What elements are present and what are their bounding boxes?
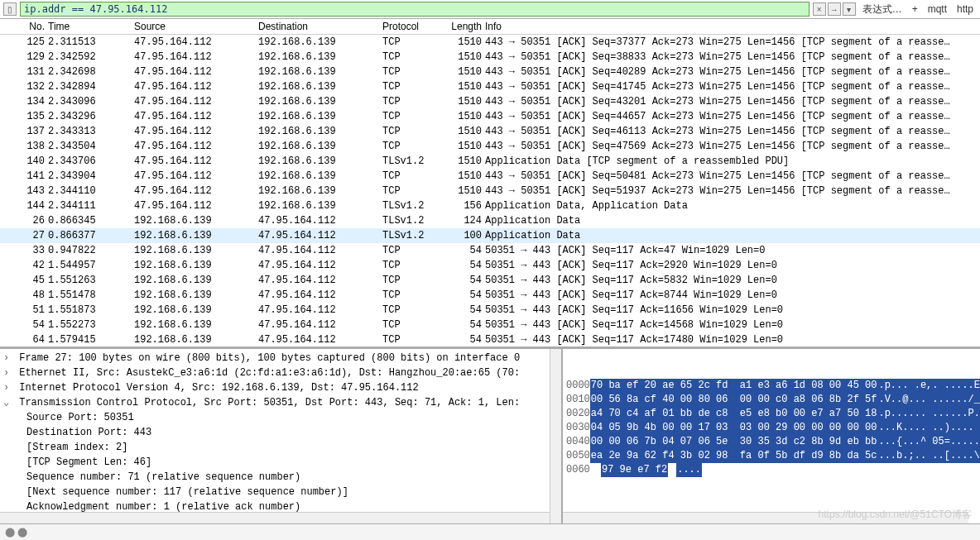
tree-frame[interactable]: › Frame 27: 100 bytes on wire (800 bits)… bbox=[3, 351, 558, 366]
add-filter-button[interactable]: + bbox=[909, 3, 921, 15]
packet-row[interactable]: 1382.34350447.95.164.112192.168.6.139TCP… bbox=[0, 139, 980, 154]
packet-row[interactable]: 1342.34309647.95.164.112192.168.6.139TCP… bbox=[0, 94, 980, 109]
packet-row[interactable]: 641.579415192.168.6.13947.95.164.112TCP5… bbox=[0, 332, 980, 346]
packet-row[interactable]: 1412.34390447.95.164.112192.168.6.139TCP… bbox=[0, 169, 980, 184]
hex-row[interactable]: 0020a4 70 c4 af 01 bb de c8 e5 e8 b0 00 … bbox=[566, 407, 977, 421]
tree-tcp-field[interactable]: [Stream index: 2] bbox=[3, 440, 558, 455]
packet-row[interactable]: 481.551478192.168.6.13947.95.164.112TCP5… bbox=[0, 288, 980, 303]
col-source[interactable]: Source bbox=[132, 19, 257, 34]
apply-filter-icon[interactable]: → bbox=[828, 2, 841, 16]
status-left: ⬤ ⬤ bbox=[5, 527, 27, 538]
packet-row[interactable]: 1352.34329647.95.164.112192.168.6.139TCP… bbox=[0, 109, 980, 124]
packet-row[interactable]: 270.866377192.168.6.13947.95.164.112TLSv… bbox=[0, 228, 980, 243]
collapse-icon[interactable]: ⌄ bbox=[3, 395, 13, 410]
tree-frame-label: Frame 27: 100 bytes on wire (800 bits), … bbox=[19, 352, 520, 364]
col-info[interactable]: Info bbox=[483, 19, 980, 34]
bookmark-icon[interactable]: ▯ bbox=[3, 2, 17, 16]
packet-list-body[interactable]: 1252.31151347.95.164.112192.168.6.139TCP… bbox=[0, 35, 980, 346]
filter-preset-mqtt[interactable]: mqtt bbox=[925, 3, 950, 15]
packet-row[interactable]: 421.544957192.168.6.13947.95.164.112TCP5… bbox=[0, 258, 980, 273]
packet-row[interactable]: 1292.34259247.95.164.112192.168.6.139TCP… bbox=[0, 50, 980, 65]
tree-tcp-label: Transmission Control Protocol, Src Port:… bbox=[19, 397, 520, 409]
hex-row[interactable]: 006097 9e e7 f2.... bbox=[566, 463, 977, 477]
tree-tcp-field[interactable]: Destination Port: 443 bbox=[3, 425, 558, 440]
col-destination[interactable]: Destination bbox=[257, 19, 381, 34]
display-filter-input[interactable] bbox=[20, 2, 809, 17]
hex-row[interactable]: 004000 00 06 7b 04 07 06 5e 30 35 3d c2 … bbox=[566, 435, 977, 449]
bottom-split: › Frame 27: 100 bytes on wire (800 bits)… bbox=[0, 348, 980, 523]
filter-preset-http[interactable]: http bbox=[954, 3, 977, 15]
filter-dropdown-icon[interactable]: ▾ bbox=[843, 2, 856, 16]
hex-row[interactable]: 000070 ba ef 20 ae 65 2c fd a1 e3 a6 1d … bbox=[566, 379, 977, 393]
packet-list-pane: No. Time Source Destination Protocol Len… bbox=[0, 19, 980, 348]
col-protocol[interactable]: Protocol bbox=[381, 19, 440, 34]
packet-row[interactable]: 1252.31151347.95.164.112192.168.6.139TCP… bbox=[0, 35, 980, 50]
packet-row[interactable]: 1442.34411147.95.164.112192.168.6.139TLS… bbox=[0, 198, 980, 213]
tree-tcp-field[interactable]: [Next sequence number: 117 (relative seq… bbox=[3, 485, 558, 499]
hex-row[interactable]: 001000 56 8a cf 40 00 80 06 00 00 c0 a8 … bbox=[566, 393, 977, 407]
packet-bytes-pane[interactable]: 000070 ba ef 20 ae 65 2c fd a1 e3 a6 1d … bbox=[563, 349, 980, 523]
expand-icon[interactable]: › bbox=[3, 351, 13, 366]
packet-row[interactable]: 1402.34370647.95.164.112192.168.6.139TLS… bbox=[0, 154, 980, 169]
hex-h-scrollbar[interactable] bbox=[563, 512, 968, 523]
packet-row[interactable]: 1322.34289447.95.164.112192.168.6.139TCP… bbox=[0, 79, 980, 94]
expression-button[interactable]: 表达式… bbox=[859, 2, 906, 17]
hex-row[interactable]: 0050ea 2e 9a 62 f4 3b 02 98 fa 0f 5b df … bbox=[566, 449, 977, 463]
tree-tcp-field[interactable]: Sequence number: 71 (relative sequence n… bbox=[3, 470, 558, 485]
hex-row[interactable]: 003004 05 9b 4b 00 00 17 03 03 00 29 00 … bbox=[566, 421, 977, 435]
details-v-scrollbar[interactable] bbox=[550, 349, 561, 523]
clear-filter-icon[interactable]: × bbox=[813, 2, 826, 16]
packet-list-header: No. Time Source Destination Protocol Len… bbox=[0, 19, 980, 35]
details-h-scrollbar[interactable] bbox=[0, 512, 550, 523]
tree-ip[interactable]: › Internet Protocol Version 4, Src: 192.… bbox=[3, 380, 558, 395]
status-bar: ⬤ ⬤ bbox=[0, 523, 980, 540]
col-length[interactable]: Length bbox=[440, 19, 483, 34]
col-time[interactable]: Time bbox=[46, 19, 132, 34]
packet-row[interactable]: 1432.34411047.95.164.112192.168.6.139TCP… bbox=[0, 184, 980, 198]
expand-icon[interactable]: › bbox=[3, 380, 13, 395]
tree-tcp[interactable]: ⌄ Transmission Control Protocol, Src Por… bbox=[3, 395, 558, 410]
expand-icon[interactable]: › bbox=[3, 366, 13, 380]
packet-details-pane[interactable]: › Frame 27: 100 bytes on wire (800 bits)… bbox=[0, 349, 563, 523]
packet-row[interactable]: 451.551263192.168.6.13947.95.164.112TCP5… bbox=[0, 273, 980, 288]
tree-ip-label: Internet Protocol Version 4, Src: 192.16… bbox=[19, 382, 418, 394]
packet-row[interactable]: 541.552273192.168.6.13947.95.164.112TCP5… bbox=[0, 318, 980, 332]
display-filter-bar: ▯ × → ▾ 表达式… + mqtt http bbox=[0, 0, 980, 19]
tree-tcp-field[interactable]: [TCP Segment Len: 46] bbox=[3, 455, 558, 470]
packet-row[interactable]: 511.551873192.168.6.13947.95.164.112TCP5… bbox=[0, 303, 980, 318]
tree-tcp-field[interactable]: Source Port: 50351 bbox=[3, 410, 558, 425]
col-no[interactable]: No. bbox=[0, 19, 46, 34]
packet-row[interactable]: 1312.34269847.95.164.112192.168.6.139TCP… bbox=[0, 65, 980, 79]
tree-ethernet[interactable]: › Ethernet II, Src: AsustekC_e3:a6:1d (2… bbox=[3, 366, 558, 380]
packet-row[interactable]: 1372.34331347.95.164.112192.168.6.139TCP… bbox=[0, 124, 980, 139]
packet-row[interactable]: 330.947822192.168.6.13947.95.164.112TCP5… bbox=[0, 243, 980, 258]
packet-row[interactable]: 260.866345192.168.6.13947.95.164.112TLSv… bbox=[0, 213, 980, 228]
tree-eth-label: Ethernet II, Src: AsustekC_e3:a6:1d (2c:… bbox=[19, 367, 520, 379]
